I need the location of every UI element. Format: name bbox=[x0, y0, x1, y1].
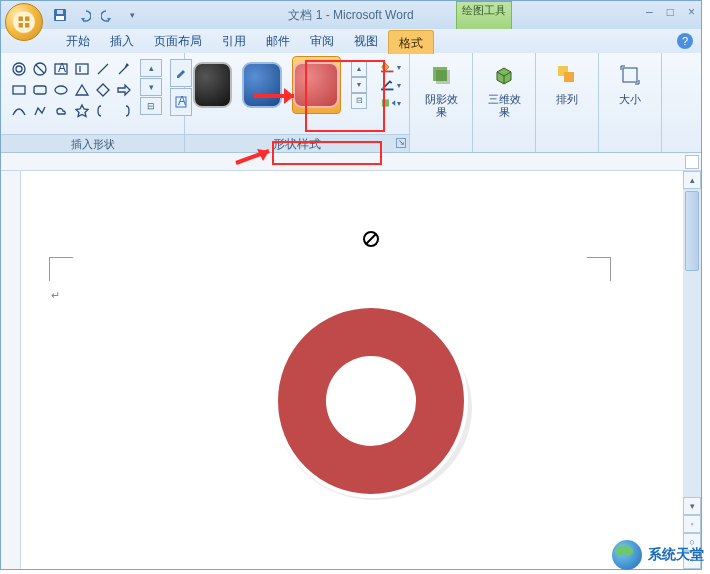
watermark-text: 系统天堂 bbox=[648, 546, 704, 564]
svg-rect-15 bbox=[34, 86, 46, 94]
paragraph-mark-icon: ↵ bbox=[51, 289, 60, 302]
qat-redo[interactable] bbox=[97, 4, 119, 26]
svg-point-5 bbox=[16, 66, 22, 72]
contextual-tab-label: 绘图工具 bbox=[456, 1, 512, 29]
group-arrange: 排列 bbox=[536, 53, 599, 152]
rounded-rect-icon[interactable] bbox=[30, 80, 50, 100]
tab-page-layout[interactable]: 页面布局 bbox=[144, 29, 212, 53]
bracket-icon[interactable] bbox=[93, 101, 113, 121]
group-size: 大小 bbox=[599, 53, 662, 152]
change-shape-button[interactable]: ▾ bbox=[381, 96, 401, 110]
maximize-button[interactable]: □ bbox=[667, 5, 674, 19]
scroll-track[interactable] bbox=[683, 189, 701, 497]
qat-save[interactable] bbox=[49, 4, 71, 26]
horizontal-ruler[interactable] bbox=[1, 153, 701, 171]
scroll-thumb[interactable] bbox=[685, 191, 699, 271]
no-drop-cursor-icon bbox=[363, 231, 379, 247]
tab-review[interactable]: 审阅 bbox=[300, 29, 344, 53]
svg-rect-3 bbox=[57, 10, 63, 14]
close-button[interactable]: × bbox=[688, 5, 695, 19]
ruler-toggle[interactable] bbox=[685, 155, 699, 169]
shape-fill-button[interactable]: ▾ bbox=[381, 60, 401, 74]
donut-icon[interactable] bbox=[9, 59, 29, 79]
svg-point-16 bbox=[55, 86, 67, 94]
shadow-effects-button[interactable]: 阴影效果 bbox=[416, 57, 466, 119]
ellipse-icon[interactable] bbox=[51, 80, 71, 100]
globe-icon bbox=[612, 540, 642, 570]
rectangle-icon[interactable] bbox=[9, 80, 29, 100]
donut-shape[interactable] bbox=[266, 296, 476, 506]
app-window: ▾ 文档 1 - Microsoft Word 绘图工具 – □ × 开始 插入… bbox=[0, 0, 702, 570]
vertical-textbox-icon[interactable] bbox=[72, 59, 92, 79]
svg-rect-26 bbox=[623, 68, 637, 82]
tab-view[interactable]: 视图 bbox=[344, 29, 388, 53]
svg-rect-21 bbox=[382, 99, 389, 106]
svg-rect-20 bbox=[381, 89, 393, 91]
shape-outline-button[interactable]: ▾ bbox=[381, 78, 401, 92]
textbox-icon[interactable]: A bbox=[51, 59, 71, 79]
prev-page-button[interactable]: ◦ bbox=[683, 515, 701, 533]
group-shape-styles: ▴ ▾ ⊟ ▾ ▾ ▾ 形状样式↘ bbox=[185, 53, 410, 152]
watermark: 系统天堂 bbox=[612, 540, 704, 570]
no-symbol-icon[interactable] bbox=[30, 59, 50, 79]
line-icon[interactable] bbox=[93, 59, 113, 79]
svg-rect-10 bbox=[76, 64, 88, 74]
group-3d: 三维效果 bbox=[473, 53, 536, 152]
gallery-up-button[interactable]: ▴ bbox=[140, 59, 162, 77]
size-button[interactable]: 大小 bbox=[605, 57, 655, 106]
brace-icon[interactable] bbox=[114, 101, 134, 121]
style-preset-red-selected[interactable] bbox=[292, 56, 341, 114]
styles-scroll-down[interactable]: ▾ bbox=[351, 77, 367, 93]
help-icon[interactable]: ? bbox=[677, 33, 693, 49]
arrange-icon bbox=[553, 61, 581, 89]
style-preset-red-swatch bbox=[293, 62, 339, 108]
svg-point-0 bbox=[13, 11, 35, 33]
tab-references[interactable]: 引用 bbox=[212, 29, 256, 53]
scroll-down-button[interactable]: ▾ bbox=[683, 497, 701, 515]
tab-insert[interactable]: 插入 bbox=[100, 29, 144, 53]
group-label-shape-styles: 形状样式↘ bbox=[185, 134, 409, 152]
window-controls: – □ × bbox=[646, 5, 695, 19]
scroll-up-button[interactable]: ▴ bbox=[683, 171, 701, 189]
quick-access-toolbar: ▾ bbox=[49, 4, 143, 26]
styles-more[interactable]: ⊟ bbox=[351, 93, 367, 109]
ribbon: A ▴ bbox=[1, 53, 701, 153]
minimize-button[interactable]: – bbox=[646, 5, 653, 19]
shape-styles-launcher[interactable]: ↘ bbox=[396, 138, 406, 148]
group-shadow: 阴影效果 bbox=[410, 53, 473, 152]
freeform-icon[interactable] bbox=[30, 101, 50, 121]
arrow-line-icon[interactable] bbox=[114, 59, 134, 79]
shape-styles-gallery: ▴ ▾ ⊟ ▾ ▾ ▾ bbox=[191, 57, 403, 113]
shadow-icon bbox=[427, 61, 455, 89]
svg-rect-23 bbox=[436, 70, 450, 84]
cloud-callout-icon[interactable] bbox=[51, 101, 71, 121]
tab-format[interactable]: 格式 bbox=[388, 30, 434, 54]
document-page[interactable]: ↵ bbox=[21, 171, 683, 569]
style-preset-blue[interactable] bbox=[242, 62, 281, 108]
qat-undo[interactable] bbox=[73, 4, 95, 26]
right-arrow-icon[interactable] bbox=[114, 80, 134, 100]
qat-customize[interactable]: ▾ bbox=[121, 4, 143, 26]
style-preset-black[interactable] bbox=[193, 62, 232, 108]
svg-rect-2 bbox=[56, 16, 64, 20]
shapes-gallery[interactable]: A bbox=[9, 59, 134, 121]
ribbon-tabs: 开始 插入 页面布局 引用 邮件 审阅 视图 格式 ? bbox=[1, 29, 701, 53]
crop-mark-tl bbox=[49, 257, 73, 281]
vertical-scrollbar[interactable]: ▴ ▾ ◦ ○ ◦ bbox=[683, 171, 701, 569]
tab-home[interactable]: 开始 bbox=[56, 29, 100, 53]
svg-rect-14 bbox=[13, 86, 25, 94]
title-bar: ▾ 文档 1 - Microsoft Word 绘图工具 – □ × bbox=[1, 1, 701, 29]
vertical-ruler[interactable] bbox=[1, 171, 21, 569]
gallery-more-button[interactable]: ⊟ bbox=[140, 97, 162, 115]
office-button[interactable] bbox=[5, 3, 43, 41]
curve-icon[interactable] bbox=[9, 101, 29, 121]
diamond-icon[interactable] bbox=[93, 80, 113, 100]
crop-mark-tr bbox=[587, 257, 611, 281]
styles-scroll-up[interactable]: ▴ bbox=[351, 61, 367, 77]
tab-mailings[interactable]: 邮件 bbox=[256, 29, 300, 53]
3d-effects-button[interactable]: 三维效果 bbox=[479, 57, 529, 119]
gallery-down-button[interactable]: ▾ bbox=[140, 78, 162, 96]
star-icon[interactable] bbox=[72, 101, 92, 121]
arrange-button[interactable]: 排列 bbox=[542, 57, 592, 106]
triangle-icon[interactable] bbox=[72, 80, 92, 100]
